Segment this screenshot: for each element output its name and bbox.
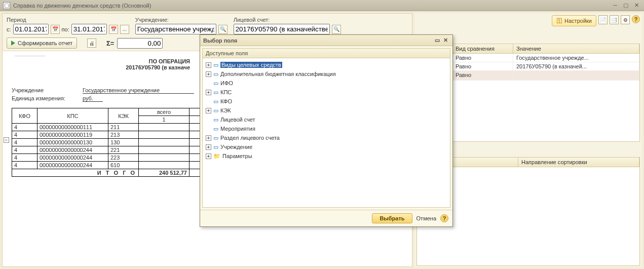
col-kfo: КФО <box>12 108 37 124</box>
node-icon: ▭ <box>213 135 218 141</box>
info-unit-val: руб. <box>83 95 103 102</box>
key-icon: ⚿ <box>556 17 562 24</box>
expand-icon[interactable]: + <box>206 90 211 95</box>
node-icon: ▭ <box>213 80 218 87</box>
node-icon: ▭ <box>213 98 218 105</box>
expand-icon[interactable]: + <box>206 144 211 150</box>
expand-icon[interactable]: + <box>206 71 211 77</box>
account-lookup-icon[interactable]: 🔍 <box>332 25 341 34</box>
node-icon: ▭ <box>213 117 218 123</box>
tree-item[interactable]: + ▭ Дополнительная бюджетная классификац… <box>206 69 447 79</box>
window-title: Справка по движению денежных средств (Ос… <box>13 3 151 9</box>
expand-icon[interactable]: + <box>206 135 211 141</box>
field-chooser-dialog: Выбор поля ▭ ✕ Доступные поля + ▭ Виды ц… <box>200 34 453 227</box>
folder-icon: 📁 <box>213 153 220 160</box>
subcol-1: 1 <box>139 116 190 124</box>
play-icon <box>11 41 15 46</box>
col-vsego: всего <box>139 108 190 116</box>
org-label: Учреждение: <box>135 17 228 23</box>
account-label: Лицевой счет: <box>234 17 341 23</box>
dialog-ok-button[interactable]: Выбрать <box>372 213 412 223</box>
tree-item[interactable]: + ▭ Раздел лицевого счета <box>206 133 447 142</box>
field-tree[interactable]: + ▭ Виды целевых средств + ▭ Дополнитель… <box>203 58 450 207</box>
tree-item[interactable]: ▭ Лицевой счет <box>206 115 447 124</box>
date-from-input[interactable] <box>13 24 49 34</box>
org-lookup-icon[interactable]: 🔍 <box>218 25 228 34</box>
tree-item[interactable]: + ▭ КПС <box>206 88 447 97</box>
col-sort: Направление сортировки <box>518 158 639 167</box>
col-kps: КПС <box>37 108 108 124</box>
node-icon: ▭ <box>213 144 218 150</box>
tree-item[interactable]: + 📁 Параметры <box>206 151 447 161</box>
window-titlebar: ▢ Справка по движению денежных средств (… <box>0 0 644 11</box>
tree-item[interactable]: + ▭ КЭК <box>206 106 447 115</box>
tree-item[interactable]: + ▭ Учреждение <box>206 142 447 151</box>
info-org-key: Учреждение <box>12 87 78 94</box>
expand-icon[interactable]: + <box>206 108 211 113</box>
node-icon: ▭ <box>213 62 218 68</box>
date-to-input[interactable] <box>71 24 107 34</box>
node-icon: ▭ <box>213 107 218 114</box>
dialog-subtitle: Доступные поля <box>203 49 450 58</box>
tree-item[interactable]: ▭ Мероприятия <box>206 124 447 133</box>
rp-icon-2[interactable]: 📑 <box>610 15 619 24</box>
rp-icon-1[interactable]: 📄 <box>598 15 608 24</box>
col-cmp: Вид сравнения <box>452 44 513 53</box>
sigma-label: Σ= <box>106 40 114 47</box>
app-icon: ▢ <box>3 2 10 9</box>
dialog-help-icon[interactable]: ? <box>440 214 448 222</box>
dialog-cancel-button[interactable]: Отмена <box>416 215 436 221</box>
calendar-from-icon[interactable]: 📅 <box>51 25 60 34</box>
node-icon: ▭ <box>213 71 218 78</box>
tree-item[interactable]: + ▭ Виды целевых средств <box>206 60 447 69</box>
period-label: Период <box>7 17 129 23</box>
run-report-button[interactable]: Сформировать отчет <box>7 37 77 49</box>
filter-bar: Период с: 📅 по: 📅 ... Учреждение: 🔍 <box>3 14 412 35</box>
print-button[interactable]: 🖨 <box>87 39 96 48</box>
dialog-close-button[interactable]: ✕ <box>441 37 449 44</box>
period-dots-button[interactable]: ... <box>120 25 129 34</box>
info-unit-key: Единица измерения: <box>12 95 78 102</box>
maximize-button[interactable]: ▢ <box>621 2 630 9</box>
close-button[interactable]: ✕ <box>632 2 641 9</box>
dialog-title: Выбор поля <box>203 37 237 44</box>
outline-collapse-button[interactable]: − <box>4 137 9 143</box>
rp-icon-3[interactable]: ⚙ <box>621 15 630 24</box>
expand-icon[interactable]: + <box>206 62 211 68</box>
node-icon: ▭ <box>213 126 218 132</box>
report-heading-1: ПО ОПЕРАЦИЯ <box>12 58 190 64</box>
settings-button[interactable]: ⚿ Настройки <box>552 15 596 26</box>
from-label: с: <box>7 26 11 32</box>
info-org-val: Государственное учреждение <box>83 87 194 94</box>
node-icon: ▭ <box>213 89 218 96</box>
org-input[interactable] <box>135 24 216 34</box>
sum-display <box>117 38 163 49</box>
tree-item[interactable]: ▭ ИФО <box>206 79 447 88</box>
account-input[interactable] <box>234 24 330 34</box>
dialog-restore-button[interactable]: ▭ <box>433 37 441 44</box>
minimize-button[interactable]: ─ <box>611 2 620 8</box>
report-heading-2: 20176У05790 (в казначе <box>12 64 190 70</box>
to-label: по: <box>62 26 69 32</box>
col-val: Значение <box>513 44 639 53</box>
calendar-to-icon[interactable]: 📅 <box>109 25 118 34</box>
expand-icon[interactable]: + <box>206 153 211 159</box>
col-kek: КЭК <box>108 108 139 124</box>
tree-item[interactable]: ▭ КФО <box>206 97 447 106</box>
help-icon[interactable]: ? <box>632 15 640 23</box>
